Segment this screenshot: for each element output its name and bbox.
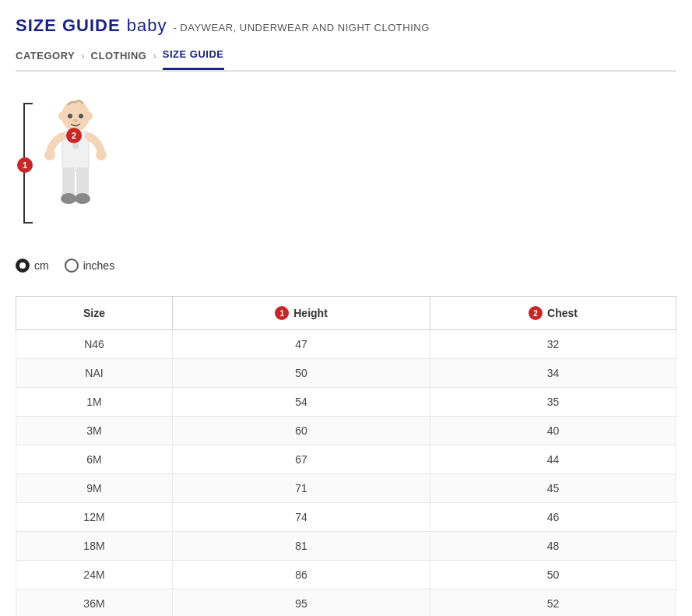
col-header-size-inner: Size xyxy=(29,307,160,319)
cell-size: 1M xyxy=(16,388,173,417)
cell-height: 50 xyxy=(172,359,430,388)
inches-radio[interactable] xyxy=(65,259,79,273)
col-header-chest: 2 Chest xyxy=(430,297,676,330)
cell-size: 24M xyxy=(16,561,173,590)
cm-option[interactable]: cm xyxy=(16,259,49,273)
svg-point-2 xyxy=(72,143,79,149)
breadcrumb-sep-1: › xyxy=(81,50,84,69)
table-row: 12M 74 46 xyxy=(16,503,676,532)
height-badge: 1 xyxy=(275,306,289,320)
table-row: 36M 95 52 xyxy=(16,590,676,617)
col-header-chest-inner: 2 Chest xyxy=(443,306,663,320)
svg-point-3 xyxy=(44,150,55,160)
cell-size: 6M xyxy=(16,445,173,474)
svg-point-0 xyxy=(61,100,90,132)
table-row: 9M 71 45 xyxy=(16,474,676,503)
table-header-row: Size 1 Height 2 Chest xyxy=(16,297,676,330)
cell-chest: 35 xyxy=(430,388,676,417)
svg-point-10 xyxy=(79,114,83,118)
cell-chest: 52 xyxy=(430,590,676,617)
table-row: 6M 67 44 xyxy=(16,445,676,474)
cell-height: 67 xyxy=(172,445,430,474)
cell-chest: 34 xyxy=(430,359,676,388)
cell-height: 54 xyxy=(172,388,430,417)
col-chest-label: Chest xyxy=(547,307,578,319)
table-row: 18M 81 48 xyxy=(16,532,676,561)
table-row: 1M 54 35 xyxy=(16,388,676,417)
cell-chest: 45 xyxy=(430,474,676,503)
badge-2: 2 xyxy=(66,128,82,143)
svg-point-13 xyxy=(86,112,93,120)
cell-size: 9M xyxy=(16,474,173,503)
cm-radio-inner xyxy=(19,262,26,269)
cell-height: 71 xyxy=(172,474,430,503)
cell-height: 86 xyxy=(172,561,430,590)
title-description: - DAYWEAR, UNDERWEAR AND NIGHT CLOTHING xyxy=(173,22,429,33)
inches-option[interactable]: inches xyxy=(65,259,114,273)
cell-chest: 44 xyxy=(430,445,676,474)
col-header-height: 1 Height xyxy=(172,297,430,330)
cell-size: NAI xyxy=(16,359,173,388)
cell-chest: 40 xyxy=(430,417,676,445)
cell-height: 95 xyxy=(172,590,430,617)
svg-point-7 xyxy=(61,193,76,204)
cell-size: 3M xyxy=(16,417,173,445)
cell-height: 74 xyxy=(172,503,430,532)
table-row: 24M 86 50 xyxy=(16,561,676,590)
page-title-area: SIZE GUIDE baby - DAYWEAR, UNDERWEAR AND… xyxy=(16,16,676,36)
cm-radio[interactable] xyxy=(16,259,30,273)
baby-figure xyxy=(40,99,111,227)
badge-1: 1 xyxy=(17,157,33,173)
breadcrumb-sep-2: › xyxy=(153,50,156,69)
table-row: NAI 50 34 xyxy=(16,359,676,388)
col-header-size: Size xyxy=(16,297,173,330)
page-container: SIZE GUIDE baby - DAYWEAR, UNDERWEAR AND… xyxy=(0,0,692,616)
cell-size: 18M xyxy=(16,532,173,561)
table-body: N46 47 32 NAI 50 34 1M 54 35 3M 60 40 6M… xyxy=(16,330,676,617)
cell-height: 81 xyxy=(172,532,430,561)
figure-area: 1 xyxy=(16,95,140,235)
cell-size: 12M xyxy=(16,503,173,532)
svg-point-8 xyxy=(75,193,90,204)
svg-point-9 xyxy=(68,114,72,118)
svg-point-11 xyxy=(73,119,78,122)
unit-toggle: cm inches xyxy=(16,259,114,273)
table-row: N46 47 32 xyxy=(16,330,676,359)
svg-rect-6 xyxy=(76,167,89,197)
cell-size: 36M xyxy=(16,590,173,617)
cell-chest: 46 xyxy=(430,503,676,532)
cell-size: N46 xyxy=(16,330,173,359)
chest-badge: 2 xyxy=(529,306,543,320)
svg-point-12 xyxy=(58,112,65,120)
svg-rect-5 xyxy=(62,167,75,197)
size-table: Size 1 Height 2 Chest xyxy=(16,296,676,616)
content-area: 1 xyxy=(16,95,676,616)
cm-label: cm xyxy=(34,259,49,272)
cell-height: 47 xyxy=(172,330,430,359)
table-row: 3M 60 40 xyxy=(16,417,676,445)
col-size-label: Size xyxy=(83,307,105,319)
breadcrumb-size-guide[interactable]: SIZE GUIDE xyxy=(163,48,224,70)
cell-height: 60 xyxy=(172,417,430,445)
col-header-height-inner: 1 Height xyxy=(185,306,417,320)
cell-chest: 50 xyxy=(430,561,676,590)
breadcrumb-clothing[interactable]: CLOTHING xyxy=(91,50,147,69)
col-height-label: Height xyxy=(293,307,328,319)
inches-label: inches xyxy=(83,259,114,272)
breadcrumb: CATEGORY › CLOTHING › SIZE GUIDE xyxy=(16,48,676,72)
svg-point-4 xyxy=(96,150,107,160)
cell-chest: 48 xyxy=(430,532,676,561)
title-baby: baby xyxy=(127,16,167,36)
cell-chest: 32 xyxy=(430,330,676,359)
title-size-guide: SIZE GUIDE xyxy=(16,16,121,36)
breadcrumb-category[interactable]: CATEGORY xyxy=(16,50,75,69)
